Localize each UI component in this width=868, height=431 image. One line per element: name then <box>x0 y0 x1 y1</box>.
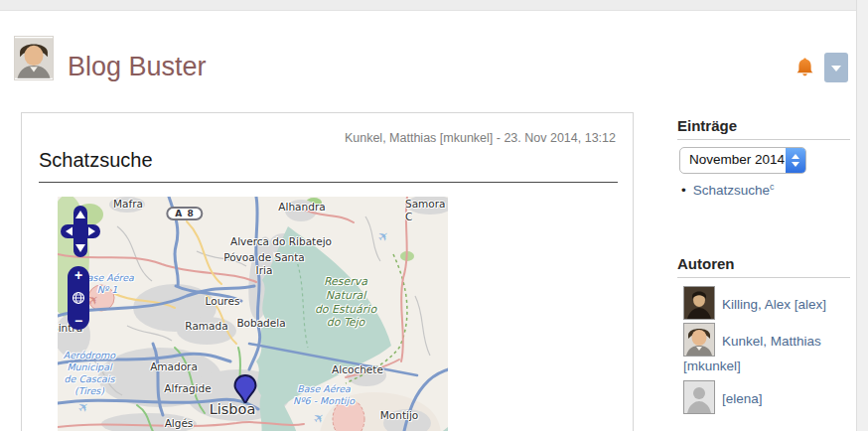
author-avatar <box>683 286 715 320</box>
map-label-povoa: Póvoa de Santa Iria <box>223 251 305 277</box>
map-label-alhandra: Alhandra <box>278 201 325 214</box>
entries-heading: Einträge <box>677 117 737 134</box>
map[interactable]: Mafra A 8 Alhandra Samora C Alverca do R… <box>58 197 448 431</box>
map-label-alcochete: Alcochete <box>332 363 383 376</box>
page-title: Blog Buster <box>68 52 207 82</box>
entry-suffix-glyph: c <box>770 181 775 191</box>
author-row: [elena] <box>683 380 852 414</box>
post-meta: Kunkel, Matthias [mkunkel] - 23. Nov 201… <box>345 131 616 145</box>
map-label-mafra: Mafra <box>113 198 143 211</box>
map-label-ramada: Ramada <box>185 320 227 333</box>
header-dropdown-button[interactable] <box>824 53 848 82</box>
zoom-out-button[interactable]: − <box>74 315 82 327</box>
divider <box>677 277 850 278</box>
authors-heading: Autoren <box>677 255 735 272</box>
map-marker-icon[interactable] <box>232 373 258 403</box>
select-stepper-icon <box>786 148 805 173</box>
bullet: • <box>681 183 686 198</box>
blog-avatar <box>14 36 54 80</box>
post-title: Schatzsuche <box>39 149 153 172</box>
world-zoom-icon[interactable] <box>72 291 85 305</box>
map-label-reserva: Reserva Natural do Estuário do Tejo <box>315 275 376 330</box>
map-label-amadora: Amadora <box>150 360 198 373</box>
map-label-bobadela: Bobadela <box>236 317 285 330</box>
page: Blog Buster Kunkel, Matthias [mkunkel] -… <box>0 0 868 431</box>
title-rule <box>39 182 618 183</box>
chevron-down-icon <box>831 66 841 72</box>
author-avatar <box>683 323 715 357</box>
authors-list: Killing, Alex [alex] Kunkel, Matthias [m… <box>683 286 852 417</box>
map-label-samora: Samora C <box>405 198 448 223</box>
entries-list: •Schatzsuchec <box>681 181 775 198</box>
map-pan-control[interactable] <box>61 206 100 257</box>
top-strip <box>0 0 868 11</box>
map-label-alges: Algés <box>165 417 194 430</box>
map-label-base-aerea-montijo: Base Aérea Nº6 - Montijo <box>293 383 355 407</box>
map-label-montijo: Montijo <box>380 409 419 422</box>
author-avatar <box>683 380 715 414</box>
map-label-alfragide: Alfragide <box>164 382 211 395</box>
author-row: Killing, Alex [alex] <box>683 286 852 320</box>
blog-post-panel: Kunkel, Matthias [mkunkel] - 23. Nov 201… <box>21 112 634 431</box>
bell-icon[interactable] <box>795 56 815 78</box>
month-select-value: November 2014 <box>689 152 785 167</box>
map-label-aerodromo: Aeródromo Municipal de Cascais (Tires) <box>64 350 115 397</box>
author-row: Kunkel, Matthias [mkunkel] <box>683 323 852 377</box>
map-label-alverca: Alverca do Ribatejo <box>230 235 332 248</box>
month-select[interactable]: November 2014 <box>679 147 806 174</box>
author-link[interactable]: Killing, Alex [alex] <box>722 297 826 312</box>
author-link[interactable]: [elena] <box>722 391 763 406</box>
map-label-loures: Loures <box>206 295 240 308</box>
divider <box>677 139 850 140</box>
entry-link[interactable]: Schatzsuchec <box>693 183 775 198</box>
map-route-badge: A 8 <box>166 207 203 220</box>
map-zoom-control[interactable]: + − <box>68 266 89 330</box>
zoom-in-button[interactable]: + <box>74 269 82 281</box>
scrollbar[interactable] <box>856 0 868 431</box>
